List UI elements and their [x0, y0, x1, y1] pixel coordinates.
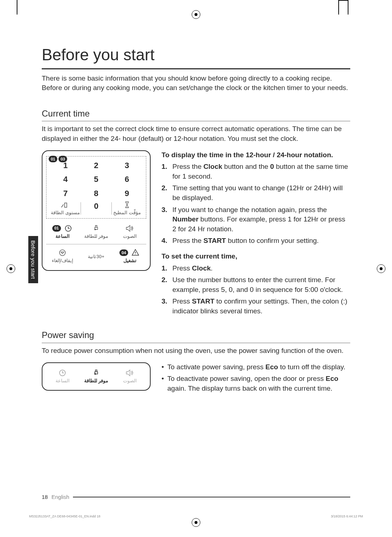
- keypad-row: 7 8 9: [50, 187, 142, 201]
- page-number: 18: [42, 493, 48, 501]
- procedure-a-title: To display the time in the 12-hour / 24-…: [162, 150, 350, 160]
- speaker-icon: [125, 369, 135, 377]
- step: 4. Press the START button to confirm you…: [162, 236, 350, 246]
- stop-cancel-control: إيقاف/إلغاء: [47, 249, 78, 264]
- clock-control: الساعة: [47, 369, 78, 384]
- control-panel-diagram: 0103 1 2 3 4 5 6 7 8 9: [42, 150, 151, 271]
- keypad-key: 0: [94, 201, 98, 212]
- step-text: Press the START button to confirm your s…: [172, 236, 319, 246]
- step-number: 2.: [162, 275, 169, 294]
- step-number: 1.: [162, 264, 169, 273]
- control-label: الصوت: [123, 233, 137, 240]
- signal-icon: [61, 201, 70, 209]
- keypad-key: 4: [63, 174, 68, 185]
- keypad-key: 6: [125, 174, 129, 185]
- start-icon: 04: [119, 249, 140, 257]
- control-label: تشغيل: [123, 257, 136, 264]
- step-text: Press Clock.: [172, 264, 213, 273]
- keypad-badges: 0103: [49, 154, 68, 163]
- keypad-key: 7: [63, 188, 68, 199]
- control-label: مستوى الطاقة: [51, 209, 80, 216]
- procedure-b-title: To set the current time,: [162, 252, 350, 261]
- control-label: +30ثانية: [88, 253, 104, 260]
- step-number: 4.: [162, 236, 169, 246]
- section-heading-power-saving: Power saving: [42, 329, 350, 341]
- page-title: Before you start: [42, 44, 350, 66]
- divider: [46, 244, 146, 244]
- svg-point-1: [60, 250, 65, 256]
- crop-mark: [17, 0, 17, 15]
- clock-control: 01 الساعة: [47, 224, 78, 240]
- step-number: 2.: [162, 183, 169, 203]
- registration-mark-icon: [377, 264, 385, 273]
- clock-icon: 01: [52, 224, 73, 232]
- crop-mark: [348, 0, 348, 15]
- step-text: Use the number buttons to enter the curr…: [172, 275, 350, 294]
- speaker-icon: [125, 224, 135, 232]
- eco-control: موفر للطاقة: [81, 369, 112, 384]
- control-label: موفر للطاقة: [84, 233, 109, 240]
- eco-control: موفر للطاقة: [81, 224, 112, 240]
- keypad-zero: 0: [81, 201, 111, 216]
- keypad-row: 4 5 6: [50, 172, 142, 187]
- section-rule: [42, 121, 350, 121]
- section-rule: [42, 343, 350, 343]
- side-tab: Before you start: [28, 236, 38, 283]
- bottom-row: إيقاف/إلغاء +30ثانية 04 تشغيل: [46, 247, 146, 266]
- step-text: If you want to change the notation again…: [172, 205, 350, 234]
- step-number: 3.: [162, 297, 169, 316]
- hourglass-icon: [122, 201, 132, 209]
- step-text: Press START to confirm your settings. Th…: [172, 297, 350, 316]
- step-text: Time setting that you want to change (12…: [172, 183, 350, 203]
- control-label: موفر للطاقة: [84, 378, 109, 384]
- step: 3. If you want to change the notation ag…: [162, 205, 350, 234]
- step: 3. Press START to confirm your settings.…: [162, 297, 350, 316]
- procedure-b-steps: 1. Press Clock. 2. Use the number button…: [162, 264, 350, 316]
- control-label: إيقاف/إلغاء: [52, 257, 74, 264]
- secondary-row: 01 الساعة موفر للطاقة الصوت: [46, 222, 146, 242]
- kitchen-timer-control: مؤقِّت المطبخ: [112, 201, 142, 216]
- keypad-key: 8: [94, 188, 98, 199]
- power-saving-intro: To reduce power consumption when not usi…: [42, 346, 350, 356]
- control-label: الساعة: [56, 378, 70, 384]
- start-control: 04 تشغيل: [114, 249, 146, 264]
- sound-control: الصوت: [114, 369, 146, 384]
- callout-badge: 01: [52, 225, 61, 232]
- power-level-control: مستوى الطاقة: [50, 201, 81, 216]
- registration-mark-icon: [7, 264, 15, 273]
- bullet-item: To deactivate power saving, open the doo…: [162, 374, 350, 393]
- eco-icon: [91, 369, 101, 377]
- control-label: الصوت: [123, 378, 137, 384]
- page-intro: There is some basic information that you…: [42, 74, 350, 93]
- step-number: 1.: [162, 162, 169, 181]
- current-time-intro: It is important to set the correct clock…: [42, 124, 350, 143]
- keypad-key: 3: [125, 160, 129, 171]
- imprint-timestamp: 3/18/2015 6:44:12 PM: [331, 514, 363, 519]
- add-30s-control: +30ثانية: [81, 253, 112, 260]
- clock-icon: [58, 369, 67, 377]
- keypad-key: 5: [94, 174, 98, 185]
- control-label: الساعة: [56, 233, 70, 240]
- power-saving-bullets: To activate power saving, press Eco to t…: [162, 362, 350, 394]
- footer-rule: [73, 497, 350, 497]
- imprint: MS32J5133AT_ZA DE68-04345E-01_EN.indd 18…: [29, 514, 363, 519]
- eco-icon: [91, 224, 101, 232]
- callout-badge: 04: [119, 249, 128, 256]
- stop-icon: [58, 249, 67, 257]
- registration-mark-icon: [192, 518, 200, 527]
- keypad-key: 2: [94, 160, 98, 171]
- registration-mark-icon: [192, 10, 200, 19]
- step: 2. Time setting that you want to change …: [162, 183, 350, 203]
- footer-language: English: [52, 493, 69, 501]
- step: 1. Press the Clock button and the 0 butt…: [162, 162, 350, 181]
- section-heading-current-time: Current time: [42, 107, 350, 120]
- callout-badge: 01: [49, 156, 57, 162]
- control-label: مؤقِّت المطبخ: [113, 209, 141, 216]
- crop-mark: [338, 0, 348, 1]
- power-saving-panel-diagram: الساعة موفر للطاقة الصوت: [42, 362, 151, 391]
- procedure-a-steps: 1. Press the Clock button and the 0 butt…: [162, 162, 350, 246]
- bullet-item: To activate power saving, press Eco to t…: [162, 362, 350, 372]
- keypad-key: 9: [125, 188, 129, 199]
- page-footer: 18 English: [42, 493, 350, 501]
- title-rule: [42, 68, 350, 69]
